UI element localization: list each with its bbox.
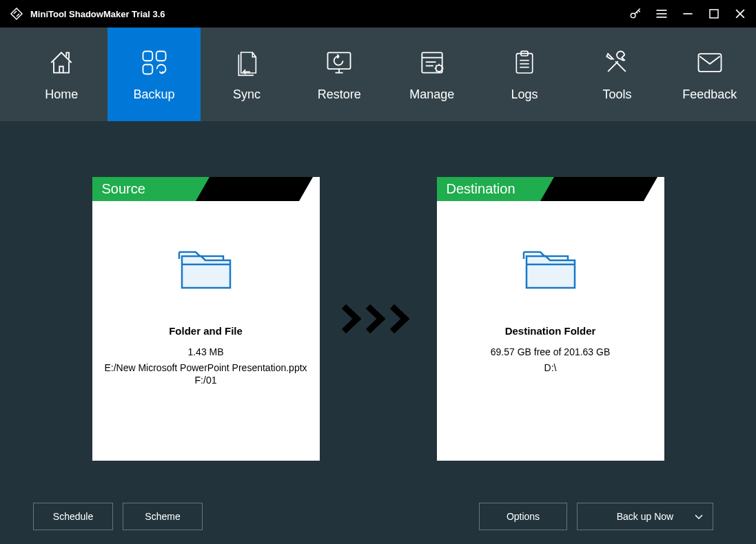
menu-icon[interactable] bbox=[648, 0, 675, 28]
chevron-down-icon bbox=[695, 511, 703, 522]
nav-label: Restore bbox=[318, 87, 361, 102]
destination-header-label: Destination bbox=[437, 177, 544, 201]
feedback-icon bbox=[695, 48, 725, 78]
nav-restore[interactable]: Restore bbox=[293, 28, 385, 121]
backup-icon bbox=[139, 48, 170, 78]
source-header-label: Source bbox=[92, 177, 199, 201]
nav-logs[interactable]: Logs bbox=[478, 28, 571, 121]
header-decoration bbox=[554, 177, 644, 201]
card-header: Destination bbox=[437, 177, 664, 201]
nav-label: Home bbox=[45, 87, 78, 102]
source-path-2: F:/01 bbox=[195, 374, 217, 386]
svg-rect-10 bbox=[143, 64, 152, 74]
maximize-button[interactable] bbox=[701, 0, 727, 28]
svg-rect-9 bbox=[156, 51, 165, 61]
tools-icon bbox=[602, 48, 632, 78]
svg-rect-5 bbox=[710, 10, 718, 18]
arrow-icon bbox=[340, 304, 416, 334]
nav-backup[interactable]: Backup bbox=[108, 28, 200, 121]
minimize-button[interactable] bbox=[675, 0, 701, 28]
key-icon[interactable] bbox=[622, 0, 648, 28]
card-header: Source bbox=[92, 177, 320, 201]
svg-rect-8 bbox=[143, 51, 152, 61]
source-card[interactable]: Source Folder and File 1.43 MB E:/New Mi… bbox=[92, 177, 320, 461]
schedule-button[interactable]: Schedule bbox=[33, 503, 113, 530]
svg-rect-11 bbox=[328, 52, 351, 69]
nav-tools[interactable]: Tools bbox=[571, 28, 663, 121]
home-icon bbox=[46, 48, 76, 78]
nav-label: Feedback bbox=[682, 87, 737, 102]
app-title: MiniTool ShadowMaker Trial 3.6 bbox=[30, 9, 165, 19]
titlebar: MiniTool ShadowMaker Trial 3.6 bbox=[0, 0, 756, 28]
nav-home[interactable]: Home bbox=[15, 28, 108, 121]
app-logo-icon bbox=[8, 6, 25, 22]
svg-rect-22 bbox=[698, 54, 721, 72]
destination-space: 69.57 GB free of 201.63 GB bbox=[491, 346, 611, 357]
main-content: Source Folder and File 1.43 MB E:/New Mi… bbox=[0, 121, 756, 489]
manage-icon bbox=[417, 48, 447, 78]
svg-point-0 bbox=[631, 13, 635, 18]
navbar: Home Backup Sync Restore Manage Logs T bbox=[0, 28, 756, 121]
footer: Schedule Scheme Options Back up Now bbox=[0, 489, 756, 544]
destination-path: D:\ bbox=[544, 362, 557, 374]
nav-feedback[interactable]: Feedback bbox=[664, 28, 756, 121]
source-title: Folder and File bbox=[169, 325, 243, 337]
folder-icon bbox=[175, 242, 237, 297]
header-decoration bbox=[210, 177, 299, 201]
options-button[interactable]: Options bbox=[479, 503, 567, 530]
logs-icon bbox=[511, 48, 538, 78]
nav-label: Backup bbox=[134, 87, 175, 102]
svg-rect-17 bbox=[516, 53, 532, 72]
destination-card[interactable]: Destination Destination Folder 69.57 GB … bbox=[437, 177, 664, 461]
backup-now-button[interactable]: Back up Now bbox=[577, 503, 713, 530]
sync-icon bbox=[233, 48, 260, 78]
nav-label: Logs bbox=[511, 87, 538, 102]
nav-label: Manage bbox=[409, 87, 454, 102]
source-size: 1.43 MB bbox=[187, 346, 223, 357]
close-button[interactable] bbox=[727, 0, 753, 28]
nav-label: Sync bbox=[233, 87, 260, 102]
nav-label: Tools bbox=[602, 87, 631, 102]
source-path-1: E:/New Microsoft PowerPoint Presentation… bbox=[104, 362, 307, 374]
backup-now-label: Back up Now bbox=[617, 511, 673, 522]
folder-icon bbox=[520, 242, 582, 297]
nav-sync[interactable]: Sync bbox=[201, 28, 293, 121]
nav-manage[interactable]: Manage bbox=[386, 28, 478, 121]
restore-icon bbox=[324, 48, 354, 78]
scheme-button[interactable]: Scheme bbox=[123, 503, 203, 530]
destination-title: Destination Folder bbox=[505, 325, 596, 337]
